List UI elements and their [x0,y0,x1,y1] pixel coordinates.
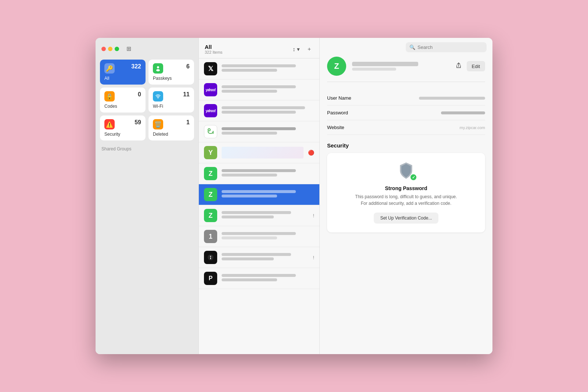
shield-icon-container: ✓ [397,162,416,181]
sidebar-toggle-icon[interactable]: ⊞ [126,45,131,52]
minimize-button[interactable] [108,47,112,51]
titlebar: ⊞ [100,42,194,57]
all-label: All [104,76,141,81]
item-sub-blur [222,215,274,218]
deleted-icon: 🗑️ [153,119,163,129]
list-subtitle: 322 Items [205,50,222,54]
security-icon: ⚠️ [104,119,115,129]
item-sub-blur [222,195,277,197]
deleted-count: 1 [186,119,190,126]
avatar: Z [327,57,346,76]
item-title-blur [222,253,291,256]
security-section: Security ✓ Strong Password This password… [327,142,485,232]
traffic-lights [101,47,119,51]
sidebar-item-all[interactable]: 🔑 322 All [100,60,146,85]
search-icon: 🔍 [409,44,415,50]
sidebar-item-wifi[interactable]: 11 Wi-Fi [148,88,194,113]
list-item[interactable] [199,121,319,142]
sort-button[interactable]: ↕ ▾ [291,45,301,53]
detail-toolbar: 🔍 [320,38,492,57]
website-label: Website [327,125,364,130]
edit-button[interactable]: Edit [467,61,485,71]
sidebar-item-passkeys[interactable]: 6 Passkeys [148,60,194,85]
shared-groups-label: Shared Groups [100,143,194,153]
svg-point-7 [210,256,211,257]
item-title-blur [222,127,296,130]
website-value: my.zipcar.com [460,125,485,130]
category-grid: 🔑 322 All 6 Passkeys [100,60,194,140]
strong-password-title: Strong Password [385,185,427,191]
password-list: 𝕏 yahoo! yahoo! [199,58,319,354]
username-label: User Name [327,95,364,101]
codes-icon: 🔒 [104,91,115,101]
app-icon-x: 𝕏 [204,62,217,75]
item-title-blur [222,232,296,235]
item-title-blur [222,106,305,109]
list-item[interactable]: 𝕏 [199,58,319,79]
item-content [222,253,308,262]
passkeys-count: 6 [186,63,190,70]
list-item[interactable]: yahoo! [199,79,319,100]
middle-panel: All 322 Items ↕ ▾ ＋ 𝕏 yahoo! [198,38,320,354]
svg-point-5 [213,133,214,134]
svg-point-3 [208,129,210,131]
item-sub-blur [222,174,277,177]
wifi-label: Wi-Fi [153,104,190,109]
list-item-selected[interactable]: Z [199,184,319,205]
item-title-blur [222,190,296,193]
item-content [222,147,304,158]
item-content [222,64,314,73]
list-item[interactable]: yahoo! [199,100,319,121]
cat-icon-row: 🔒 0 [104,91,141,101]
detail-sub-blur [352,68,396,71]
sidebar-item-deleted[interactable]: 🗑️ 1 Deleted [148,115,194,140]
item-title-blur [222,274,296,277]
search-input[interactable] [417,44,483,50]
item-title-blur [222,85,296,88]
app-icon-yahoo2: yahoo! [204,104,217,117]
all-icon: 🔑 [104,63,115,74]
item-content [222,211,308,220]
app-icon-password [204,251,217,264]
wifi-count: 11 [183,91,190,98]
item-sub-blur [222,90,277,93]
svg-point-1 [156,69,160,71]
close-button[interactable] [101,47,106,51]
password-field: Password [327,106,485,120]
list-item[interactable]: Y 🔴 [199,142,319,163]
codes-count: 0 [138,91,141,98]
share-button[interactable] [453,61,464,71]
maximize-button[interactable] [115,47,119,51]
list-item[interactable]: 1 [199,226,319,247]
list-item[interactable]: Z ! [199,205,319,226]
item-sub-blur [222,132,277,135]
item-sub-blur [222,257,274,260]
passkeys-icon [153,63,163,74]
sidebar-item-codes[interactable]: 🔒 0 Codes [100,88,146,113]
list-item[interactable]: ! [199,247,319,268]
warning-badge-2: ! [313,213,314,218]
list-item[interactable]: Z [199,163,319,184]
app-icon-p: P [204,272,217,285]
security-section-title: Security [327,142,485,149]
cat-icon-row: 6 [153,63,190,74]
codes-label: Codes [104,104,141,109]
detail-title-area [352,62,448,71]
item-content [222,169,314,178]
setup-verification-button[interactable]: Set Up Verification Code... [374,213,439,224]
sidebar-item-security[interactable]: ⚠️ 59 Security [100,115,146,140]
list-item[interactable]: P [199,268,319,289]
svg-rect-8 [210,257,211,259]
username-value-blur [419,97,485,100]
wifi-icon [153,91,163,101]
password-label: Password [327,110,364,115]
item-title-blur [222,211,291,214]
website-field: Website my.zipcar.com [327,120,485,135]
deleted-label: Deleted [153,132,190,137]
add-button[interactable]: ＋ [305,45,313,53]
search-bar[interactable]: 🔍 [406,42,487,52]
list-title: All [205,44,222,50]
app-icon-health [204,125,217,138]
detail-actions: Edit [453,61,485,71]
password-value-blur [441,111,485,114]
